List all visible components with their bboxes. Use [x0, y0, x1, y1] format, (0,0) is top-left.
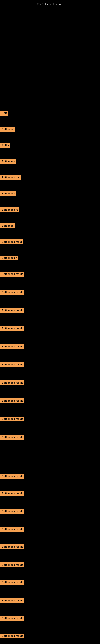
bottleneck-container: BottBottlenecBottleBottleneckBottleneck …: [0, 0, 100, 644]
bottleneck-item: Bottleneck result: [0, 380, 24, 385]
bottleneck-item: Bottleneck result: [0, 290, 24, 295]
bottleneck-item: Bottleneck result: [0, 435, 24, 440]
bottleneck-item: Bottleneck resul: [0, 240, 23, 244]
bottleneck-item: Bottlenec: [0, 127, 15, 132]
bottleneck-item: Bottle: [0, 143, 10, 148]
bottleneck-item: Bottleneck result: [0, 326, 24, 331]
bottleneck-item: Bottleneck result: [0, 509, 24, 514]
bottleneck-item: Bottleneck result: [0, 634, 24, 638]
bottleneck-item: Bottleneck: [0, 159, 16, 164]
bottleneck-item: Bottleneck result: [0, 562, 24, 567]
bottleneck-item: Bottleneck res: [0, 175, 21, 180]
bottleneck-item: Bottleneck: [0, 191, 16, 196]
bottleneck-item: Bottleneck result: [0, 344, 24, 349]
bottleneck-item: Bottleneck result: [0, 398, 24, 403]
bottleneck-item: Bottleneck result: [0, 616, 24, 621]
bottleneck-item: Bottleneck re: [0, 207, 19, 212]
bottleneck-item: Bottleneck result: [0, 580, 24, 585]
bottleneck-item: Bottleneck result: [0, 544, 24, 549]
bottleneck-item: Bottleneck result: [0, 491, 24, 496]
bottleneck-item: Bottleneck result: [0, 308, 24, 313]
bottleneck-item: Bottleneck r: [0, 256, 18, 260]
bottleneck-item: Bottleneck result: [0, 416, 24, 422]
bottleneck-item: Bottleneck result: [0, 474, 24, 478]
bottleneck-item: Bottleneck result: [0, 598, 24, 603]
bottleneck-item: Bottleneck result: [0, 272, 24, 276]
bottleneck-item: Bottlenec: [0, 224, 15, 228]
bottleneck-item: Bottleneck result: [0, 527, 24, 532]
bottleneck-item: Bott: [0, 111, 8, 116]
bottleneck-item: Bottleneck result: [0, 362, 24, 367]
